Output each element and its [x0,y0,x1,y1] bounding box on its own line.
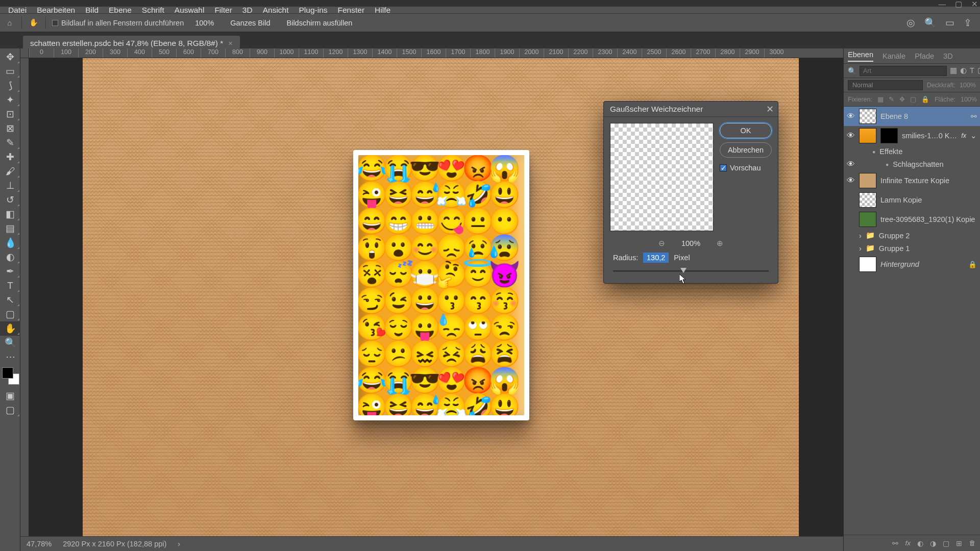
crop-tool[interactable]: ⊡ [0,107,20,121]
layer-visibility-icon[interactable]: 👁 [847,160,855,169]
dialog-preview[interactable] [610,123,714,231]
dialog-titlebar[interactable]: Gaußscher Weichzeichner ✕ [604,102,778,117]
radius-input[interactable] [643,253,669,263]
layer-filter-icon[interactable]: 🔍 [848,67,856,75]
lock-all-icon[interactable]: 🔒 [921,95,929,103]
menu-datei[interactable]: Datei [3,6,32,15]
menu-schrift[interactable]: Schrift [137,6,169,15]
healing-tool[interactable]: ✚ [0,150,20,164]
status-doc-info[interactable]: 2920 Px x 2160 Px (182,88 ppi) [63,540,166,548]
dodge-tool[interactable]: ◐ [0,250,20,264]
shape-tool[interactable]: ▢ [0,307,20,321]
edit-toolbar[interactable]: ⋯ [0,350,20,364]
hand-tool[interactable]: ✋ [0,321,20,336]
menu-ebene[interactable]: Ebene [104,6,137,15]
marquee-tool[interactable]: ▭ [0,64,20,79]
menu-auswahl[interactable]: Auswahl [169,6,210,15]
fit-screen-button[interactable]: Ganzes Bild [225,18,275,28]
layer-visibility-icon[interactable]: 👁 [847,176,855,185]
layer-row[interactable]: 👁Infinite Texture Kopie [844,171,980,190]
lock-icon[interactable]: 🔒 [968,260,977,268]
panel-tab-ebenen[interactable]: Ebenen [848,51,873,62]
layer-name[interactable]: Schlagschatten [893,160,977,168]
status-zoom[interactable]: 47,78% [27,540,52,548]
screen-mode-toggle[interactable]: ▢ [0,403,20,417]
ruler-vertical[interactable] [20,58,29,536]
quick-mask-toggle[interactable]: ▣ [0,389,20,403]
share-icon[interactable]: ⇪ [964,17,972,29]
lock-artboard-icon[interactable]: ▢ [910,95,916,103]
zoom-tool[interactable]: 🔍 [0,336,20,350]
maximize-button[interactable]: ▢ [955,0,962,8]
preview-zoom-in[interactable]: ⊕ [717,239,723,247]
lock-pixels-icon[interactable]: ▦ [877,95,884,103]
layer-row[interactable]: 👁●Schlagschatten [844,158,980,171]
layer-mask-thumbnail[interactable] [880,128,898,143]
menu-fenster[interactable]: Fenster [333,6,370,15]
stamp-tool[interactable]: ⊥ [0,179,20,193]
close-tab-icon[interactable]: × [228,39,232,47]
opacity-value[interactable]: 100% [960,82,976,89]
blend-mode-select[interactable]: Normal [848,80,923,90]
panel-tab-3d[interactable]: 3D [943,52,953,60]
menu-filter[interactable]: Filter [209,6,237,15]
cancel-button[interactable]: Abbrechen [720,142,772,158]
layer-thumbnail[interactable] [859,192,876,208]
home-button[interactable]: ⌂ [4,17,15,29]
delete-layer-icon[interactable]: 🗑 [969,539,976,547]
fill-screen-button[interactable]: Bildschirm ausfüllen [281,18,357,28]
layer-fx-icon[interactable]: fx [905,539,911,547]
menu-plug-ins[interactable]: Plug-ins [294,6,333,15]
layer-row[interactable]: Hintergrund🔒 [844,255,980,274]
cloud-status-icon[interactable]: ◎ [906,17,915,29]
panel-tab-pfade[interactable]: Pfade [915,52,934,60]
foreground-color[interactable] [2,367,13,379]
pen-tool[interactable]: ✒ [0,264,20,279]
layer-visibility-icon[interactable]: 👁 [847,112,855,121]
gradient-tool[interactable]: ▤ [0,221,20,236]
panel-tab-kanäle[interactable]: Kanäle [883,52,905,60]
layer-visibility-icon[interactable]: 👁 [847,131,855,140]
filter-adjust-icon[interactable]: ◐ [960,66,967,76]
adjustment-layer-icon[interactable]: ◑ [930,539,936,547]
workspace-switcher-icon[interactable]: ▭ [945,17,954,29]
type-tool[interactable]: T [0,279,20,293]
new-layer-icon[interactable]: ⊞ [956,539,962,547]
menu-bild[interactable]: Bild [80,6,104,15]
dialog-close-icon[interactable]: ✕ [766,104,774,115]
layer-row[interactable]: 👁smilies-1…0 Kopie 2fx ⌄ [844,126,980,145]
layer-filter-input[interactable] [860,66,947,76]
layer-name[interactable]: Infinite Texture Kopie [880,177,977,185]
menu-3d[interactable]: 3D [237,6,258,15]
filter-shape-icon[interactable]: ▢ [977,66,980,76]
path-select-tool[interactable]: ↖ [0,293,20,307]
layer-name[interactable]: Lamm Kopie [880,196,977,204]
fill-value[interactable]: 100% [961,96,977,103]
search-icon[interactable]: 🔍 [924,17,936,29]
filter-type-icon[interactable]: T [970,66,974,76]
blur-tool[interactable]: 💧 [0,236,20,250]
layer-thumbnail[interactable] [859,173,876,188]
new-group-icon[interactable]: ▢ [943,539,949,547]
eyedropper-tool[interactable]: ✎ [0,136,20,150]
layer-name[interactable]: Effekte [879,147,977,156]
radius-slider[interactable] [613,268,769,275]
group-chevron-icon[interactable]: › [859,244,862,253]
layer-thumbnail[interactable] [859,128,876,143]
layer-name[interactable]: Gruppe 2 [879,232,977,240]
move-tool[interactable]: ✥ [0,50,20,64]
zoom-100-button[interactable]: 100% [190,18,219,28]
layer-row[interactable]: ›📁Gruppe 2 [844,229,980,242]
layer-name[interactable]: Ebene 8 [880,112,967,120]
layer-name[interactable]: Gruppe 1 [879,244,977,253]
minimize-button[interactable]: — [939,0,946,8]
ok-button[interactable]: OK [720,123,772,138]
menu-bearbeiten[interactable]: Bearbeiten [32,6,80,15]
lock-paint-icon[interactable]: ✎ [889,95,894,103]
ruler-origin[interactable] [20,48,29,58]
history-brush-tool[interactable]: ↺ [0,193,20,207]
lock-position-icon[interactable]: ✥ [899,95,905,103]
filter-pixel-icon[interactable]: ▦ [950,66,957,76]
layer-mask-icon[interactable]: ◐ [917,539,923,547]
link-layers-icon[interactable]: ⚯ [892,539,898,547]
